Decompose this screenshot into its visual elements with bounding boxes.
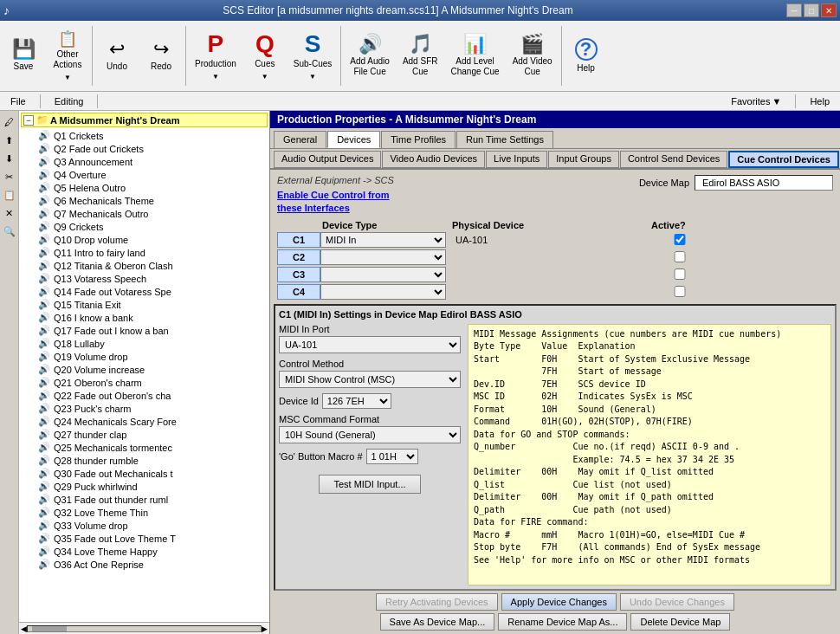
tree-item[interactable]: 🔊Q30 Fade out Mechanicals t [21, 467, 268, 480]
tree-item[interactable]: 🔊Q24 Mechanicals Scary Fore [21, 415, 268, 428]
tree-item[interactable]: 🔊Q29 Puck whirlwind [21, 480, 268, 493]
menu-editing[interactable]: Editing [44, 94, 94, 108]
delete-device-map-button[interactable]: Delete Device Map [630, 613, 730, 631]
tree-item[interactable]: 🔊Q35 Fade out Love Theme T [21, 532, 268, 545]
enable-link[interactable]: Enable Cue Control fromthese Interfaces [277, 189, 394, 216]
tree-item[interactable]: 🔊Q11 Intro to fairy land [21, 246, 268, 259]
tree-item[interactable]: 🔊Q19 Volume drop [21, 350, 268, 363]
c3-type-select[interactable] [320, 267, 446, 282]
tree-item[interactable]: 🔊Q21 Oberon's charm [21, 376, 268, 389]
tree-root-node[interactable]: − 📁 A Midsummer Night's Dream [21, 113, 268, 127]
midi-in-port-select[interactable]: UA-101 [279, 336, 461, 353]
side-icon-3[interactable]: ⬇ [2, 151, 17, 166]
tree-item[interactable]: 🔊Q9 Crickets [21, 220, 268, 233]
sub-cues-button[interactable]: S Sub-Cues ▼ [288, 23, 338, 89]
tab-cue-control[interactable]: Cue Control Devices [728, 151, 839, 168]
add-audio-file-cue-button[interactable]: 🔊 Add AudioFile Cue [344, 23, 396, 89]
rename-device-map-button[interactable]: Rename Device Map As... [498, 613, 627, 631]
tree-item[interactable]: 🔊Q13 Votaress Speech [21, 272, 268, 285]
tree-item[interactable]: 🔊Q33 Volume drop [21, 519, 268, 532]
msc-command-select[interactable]: 10H Sound (General) [279, 426, 461, 443]
menu-favorites[interactable]: Favorites ▼ [720, 94, 792, 108]
side-icon-1[interactable]: 🖊 [2, 114, 17, 130]
close-button[interactable]: ✕ [821, 3, 837, 17]
scroll-left[interactable]: ◀ [21, 624, 27, 633]
device-id-select[interactable]: 126 7EH [322, 393, 391, 409]
save-as-device-map-button[interactable]: Save As Device Map... [380, 613, 495, 631]
tab-input-groups[interactable]: Input Groups [548, 151, 619, 168]
control-method-select[interactable]: MIDI Show Control (MSC) [279, 371, 461, 388]
tree-item[interactable]: 🔊Q25 Mechanicals tormentec [21, 441, 268, 454]
tree-item[interactable]: 🔊Q23 Puck's charm [21, 402, 268, 415]
tree-item[interactable]: 🔊Q22 Fade out Oberon's cha [21, 389, 268, 402]
c2-active-checkbox[interactable] [658, 251, 701, 262]
redo-button[interactable]: ↪ Redo [139, 23, 183, 89]
tree-item[interactable]: 🔊Q1 Crickets [21, 129, 268, 142]
tree-item[interactable]: 🔊Q3 Announcement [21, 155, 268, 168]
tree-item[interactable]: 🔊Q6 Mechanicals Theme [21, 194, 268, 207]
menu-help[interactable]: Help [799, 94, 840, 108]
production-button[interactable]: P Production ▼ [189, 23, 242, 89]
c4-type-select[interactable] [320, 284, 446, 300]
tree-item[interactable]: 🔊Q20 Volume increase [21, 363, 268, 376]
cues-button[interactable]: Q Cues ▼ [243, 23, 287, 89]
main-layout: 🖊 ⬆ ⬇ ✂ 📋 ✕ 🔍 − 📁 A Midsummer Night's Dr… [0, 111, 840, 634]
tab-run-time-settings[interactable]: Run Time Settings [456, 131, 553, 148]
c1-active-checkbox[interactable] [658, 234, 701, 245]
save-button[interactable]: 💾 Save [2, 23, 45, 89]
tab-time-profiles[interactable]: Time Profiles [381, 131, 456, 148]
tree-item[interactable]: 🔊Q12 Titania & Oberon Clash [21, 259, 268, 272]
other-actions-button[interactable]: 📋 OtherActions ▼ [46, 23, 89, 89]
test-midi-button[interactable]: Test MIDI Input... [319, 475, 420, 494]
tab-live-inputs[interactable]: Live Inputs [486, 151, 547, 168]
side-icon-5[interactable]: 📋 [2, 187, 17, 203]
tree-item[interactable]: 🔊Q17 Fade out I know a ban [21, 324, 268, 337]
control-method-label: Control Method [279, 359, 461, 369]
c4-active-checkbox[interactable] [658, 286, 701, 297]
undo-button[interactable]: ↩ Undo [95, 23, 139, 89]
undo-device-changes-button[interactable]: Undo Device Changes [620, 593, 734, 611]
tree-root-expand[interactable]: − [23, 115, 34, 126]
tree-item[interactable]: 🔊Q28 thunder rumble [21, 454, 268, 467]
tree-item[interactable]: 🔊Q18 Lullaby [21, 337, 268, 350]
add-sfr-cue-button[interactable]: 🎵 Add SFRCue [397, 23, 444, 89]
tree-item[interactable]: 🔊Q7 Mechanicals Outro [21, 207, 268, 220]
tree-item[interactable]: 🔊Q32 Love Theme Thin [21, 506, 268, 519]
tree-item[interactable]: 🔊Q27 thunder clap [21, 428, 268, 441]
menu-file[interactable]: File [0, 94, 36, 108]
go-button-select[interactable]: 1 01H [366, 449, 418, 464]
tab-general[interactable]: General [274, 131, 326, 148]
c3-active-checkbox[interactable] [658, 268, 701, 280]
help-button[interactable]: ? Help [565, 23, 608, 89]
tab-video-audio[interactable]: Video Audio Devices [382, 151, 485, 168]
c1-type-select[interactable]: MIDI In [320, 232, 446, 248]
apply-device-changes-button[interactable]: Apply Device Changes [501, 593, 617, 611]
tree-item[interactable]: 🔊Q10 Drop volume [21, 233, 268, 246]
tree-scrollbar-h[interactable]: ◀ ▶ [19, 622, 269, 634]
tree-item[interactable]: 🔊Q4 Overture [21, 168, 268, 181]
tree-item[interactable]: 🔊Q5 Helena Outro [21, 181, 268, 194]
tree-item[interactable]: 🔊Q14 Fade out Votaress Spe [21, 285, 268, 298]
tree-item[interactable]: 🔊Q31 Fade out thunder ruml [21, 493, 268, 506]
tab-devices[interactable]: Devices [327, 131, 380, 148]
side-icon-2[interactable]: ⬆ [2, 133, 17, 148]
tree-item[interactable]: 🔊Q15 Titania Exit [21, 298, 268, 311]
side-icon-7[interactable]: 🔍 [2, 223, 17, 239]
maximize-button[interactable]: □ [804, 3, 819, 17]
tree-item[interactable]: 🔊Q34 Love Theme Happy [21, 545, 268, 558]
tree-item[interactable]: 🔊Q16 I know a bank [21, 311, 268, 324]
tab-control-send[interactable]: Control Send Devices [620, 151, 727, 168]
add-video-cue-button[interactable]: 🎬 Add VideoCue [507, 23, 559, 89]
tree-item[interactable]: 🔊O36 Act One Reprise [21, 558, 268, 571]
retry-activating-button[interactable]: Retry Activating Devices [376, 593, 498, 611]
tab-audio-output[interactable]: Audio Output Devices [274, 151, 381, 168]
c2-type-select[interactable] [320, 249, 446, 265]
tree-item[interactable]: 🔊Q2 Fade out Crickets [21, 142, 268, 155]
scroll-right[interactable]: ▶ [262, 624, 268, 633]
scroll-track[interactable] [27, 625, 262, 632]
minimize-button[interactable]: ─ [786, 3, 802, 17]
side-icon-4[interactable]: ✂ [2, 169, 17, 184]
side-icon-6[interactable]: ✕ [2, 205, 17, 221]
scroll-thumb[interactable] [32, 626, 67, 631]
add-level-change-cue-button[interactable]: 📊 Add LevelChange Cue [444, 23, 505, 89]
